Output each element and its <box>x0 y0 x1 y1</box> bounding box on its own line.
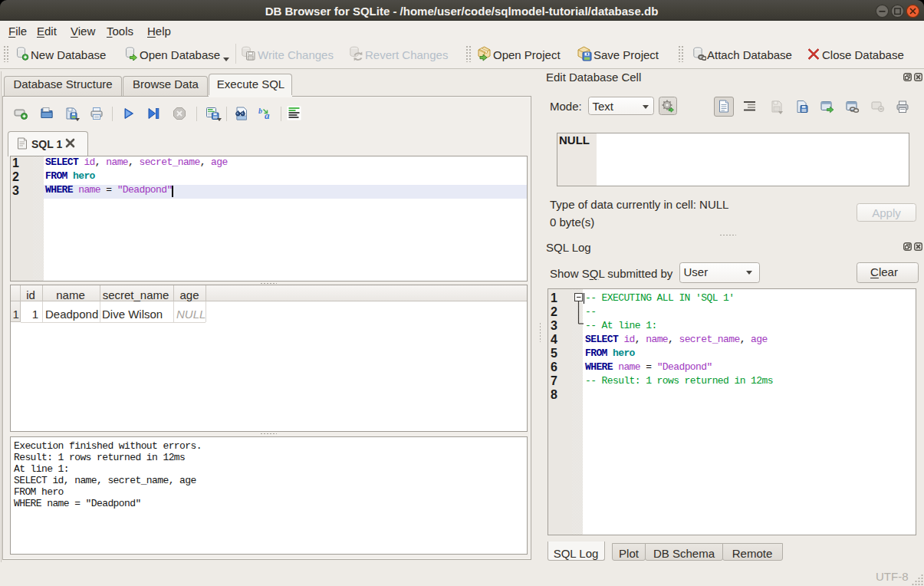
svg-text:b: b <box>258 107 262 115</box>
